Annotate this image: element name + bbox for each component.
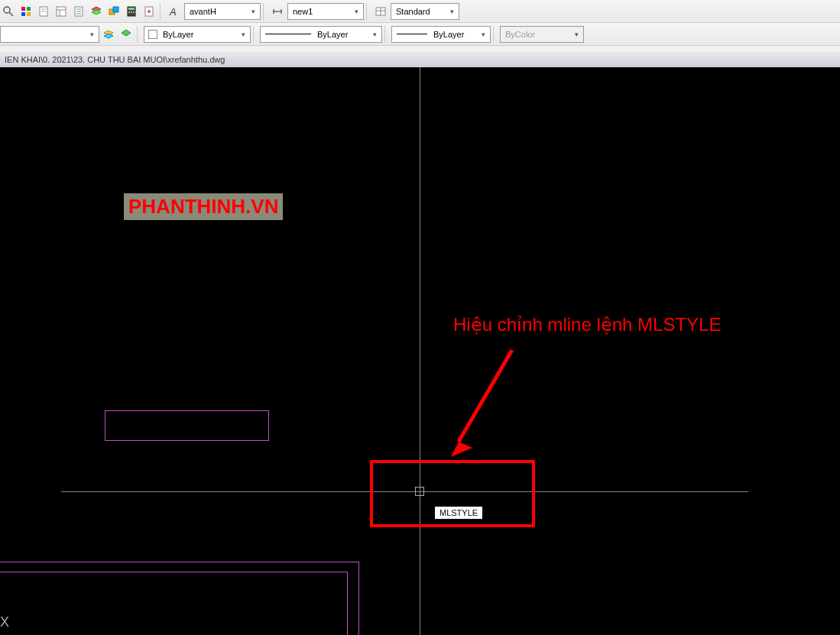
color-swatch xyxy=(148,30,157,39)
textstyle-icon: A xyxy=(167,4,182,19)
svg-point-0 xyxy=(4,7,10,13)
layer-combo[interactable]: ▾ xyxy=(0,26,99,43)
svg-point-26 xyxy=(148,10,151,13)
svg-rect-21 xyxy=(128,8,135,10)
svg-marker-17 xyxy=(92,10,101,15)
color-combo[interactable]: ByLayer▾ xyxy=(144,26,251,43)
spacer xyxy=(0,46,840,52)
dimstyle-value: new1 xyxy=(290,7,351,16)
chevron-down-icon: ▾ xyxy=(369,28,380,41)
annotation-text: Hiệu chỉnh mline lệnh MLSTYLE xyxy=(453,314,721,335)
textstyle-combo[interactable]: avantH▾ xyxy=(184,3,261,20)
svg-text:A: A xyxy=(169,6,177,18)
separator xyxy=(384,26,389,43)
color-value: ByLayer xyxy=(160,30,238,39)
dimstyle-combo[interactable]: new1▾ xyxy=(287,3,364,20)
svg-line-37 xyxy=(459,350,512,442)
svg-point-22 xyxy=(128,11,130,13)
block-icon[interactable] xyxy=(105,3,122,20)
filepath-bar: IEN KHAI\0. 2021\23. CHU THU BAI MUOI\xr… xyxy=(0,52,840,67)
drawing-rect-3 xyxy=(0,572,348,635)
calculator-icon[interactable] xyxy=(123,3,140,20)
svg-rect-19 xyxy=(113,7,118,12)
textstyle-value: avantH xyxy=(186,7,248,16)
palette-icon[interactable] xyxy=(18,3,34,20)
chevron-down-icon: ▾ xyxy=(478,28,488,41)
svg-point-24 xyxy=(133,11,135,13)
toolbar-row-2: ▾ ByLayer▾ ByLayer▾ ByLayer▾ ByColor▾ xyxy=(0,23,840,46)
lineweight-value: ByLayer xyxy=(430,30,478,39)
dimstyle-icon xyxy=(270,4,285,19)
linetype-value: ByLayer xyxy=(314,30,369,39)
chevron-down-icon: ▾ xyxy=(351,5,362,18)
svg-marker-36 xyxy=(122,30,131,36)
plotstyle-combo[interactable]: ByColor▾ xyxy=(500,26,584,43)
svg-marker-35 xyxy=(104,34,113,38)
line-sample xyxy=(265,34,311,34)
separator xyxy=(263,3,268,20)
sheet-icon[interactable] xyxy=(35,3,52,20)
list-icon[interactable] xyxy=(70,3,87,20)
plotstyle-value: ByColor xyxy=(502,30,571,39)
svg-rect-4 xyxy=(21,12,25,16)
command-text: MLSTYLE xyxy=(439,508,478,517)
svg-rect-9 xyxy=(57,7,66,16)
separator xyxy=(493,26,498,43)
watermark-text: PHANTHINH.VN xyxy=(124,193,283,220)
filepath-text: IEN KHAI\0. 2021\23. CHU THU BAI MUOI\xr… xyxy=(5,55,225,64)
drawing-rect-1 xyxy=(105,410,269,441)
layer-manager-icon[interactable] xyxy=(100,26,117,43)
chevron-down-icon: ▾ xyxy=(86,28,97,41)
separator xyxy=(160,3,164,20)
settings-icon[interactable] xyxy=(141,3,157,20)
separator xyxy=(253,26,258,43)
command-input[interactable]: MLSTYLE xyxy=(434,506,483,520)
annotation-arrow xyxy=(443,342,535,465)
layers-icon[interactable] xyxy=(88,3,105,20)
chevron-down-icon: ▾ xyxy=(248,5,258,18)
tablestyle-icon xyxy=(373,4,388,19)
svg-rect-5 xyxy=(27,12,31,16)
lineweight-combo[interactable]: ByLayer▾ xyxy=(391,26,491,43)
toolbar-row-1: A avantH▾ new1▾ Standard▾ xyxy=(0,0,840,23)
ucs-icon: X xyxy=(0,614,9,630)
svg-marker-38 xyxy=(451,442,472,457)
chevron-down-icon: ▾ xyxy=(446,5,457,18)
svg-point-23 xyxy=(131,11,132,13)
svg-line-1 xyxy=(9,12,13,16)
svg-rect-2 xyxy=(21,7,25,11)
linetype-combo[interactable]: ByLayer▾ xyxy=(260,26,382,43)
chevron-down-icon: ▾ xyxy=(238,28,248,41)
properties-icon[interactable] xyxy=(53,3,70,20)
tablestyle-combo[interactable]: Standard▾ xyxy=(391,3,459,20)
separator xyxy=(137,26,141,43)
line-sample xyxy=(397,34,427,34)
separator xyxy=(366,3,371,20)
layer-state-icon[interactable] xyxy=(118,26,135,43)
tablestyle-value: Standard xyxy=(393,7,446,16)
zoom-icon[interactable] xyxy=(0,3,17,20)
chevron-down-icon: ▾ xyxy=(571,28,582,41)
svg-rect-3 xyxy=(27,7,31,11)
crosshair-vertical xyxy=(420,67,420,635)
drawing-canvas[interactable]: PHANTHINH.VN Hiệu chỉnh mline lệnh MLSTY… xyxy=(0,67,840,635)
